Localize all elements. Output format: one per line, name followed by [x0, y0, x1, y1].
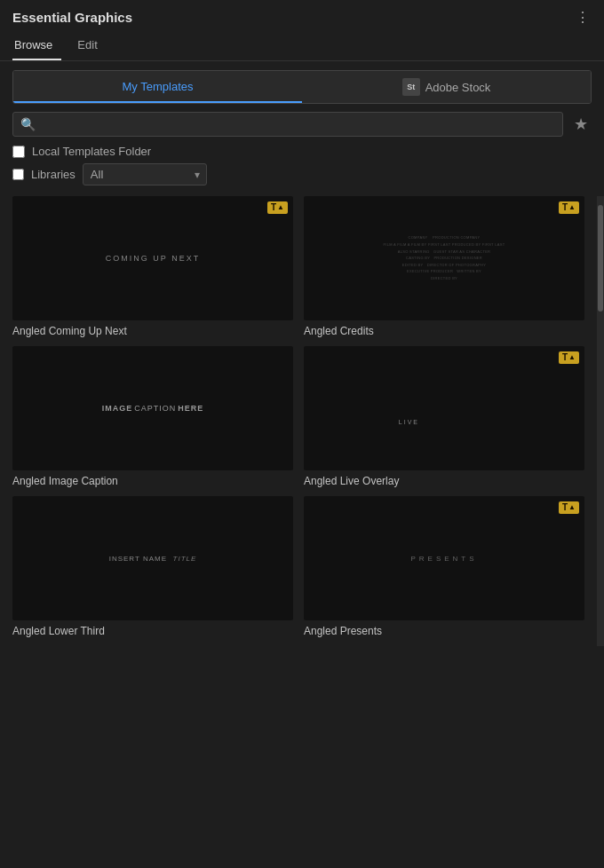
lower-third-text: INSERT NAME TITLE [109, 555, 197, 563]
adobe-stock-icon: St [402, 78, 420, 96]
app-title: Essential Graphics [12, 10, 132, 25]
tab-bar: Browse Edit [0, 33, 604, 61]
caption-word-image: IMAGE [102, 404, 133, 413]
tab-browse[interactable]: Browse [12, 33, 61, 60]
header: Essential Graphics ⋮ [0, 0, 604, 33]
search-row: 🔍 ★ [12, 111, 592, 138]
libraries-select-wrap: All [83, 163, 207, 185]
template-card-lower-third[interactable]: INSERT NAME TITLE Angled Lower Third [12, 496, 293, 639]
template-card-credits[interactable]: T▲ COMPANY PRODUCTION COMPANY FILM A FIL… [304, 196, 584, 339]
libraries-checkbox[interactable] [12, 169, 24, 180]
template-grid: T▲ COMING UP NEXT Angled Coming Up Next … [0, 196, 597, 646]
thumb-content-6: PRESENTS [410, 555, 477, 563]
template-thumb-6: T▲ PRESENTS [304, 496, 584, 620]
adobe-stock-label: Adobe Stock [425, 81, 491, 94]
caption-word-caption: CAPTION [134, 404, 176, 413]
menu-icon[interactable]: ⋮ [576, 9, 592, 26]
template-thumb-1: T▲ COMING UP NEXT [12, 196, 293, 320]
thumb-content-5: INSERT NAME TITLE [109, 555, 197, 563]
template-badge-2: T▲ [559, 201, 579, 214]
live-text: LIVE [399, 419, 419, 425]
template-name-1: Angled Coming Up Next [12, 320, 293, 339]
template-badge-6: T▲ [559, 501, 579, 514]
image-caption-text: IMAGE CAPTION HERE [102, 404, 204, 413]
adobe-stock-button[interactable]: St Adobe Stock [302, 71, 591, 103]
template-thumb-3: IMAGE CAPTION HERE [12, 346, 293, 470]
template-name-3: Angled Image Caption [12, 470, 293, 489]
template-name-5: Angled Lower Third [12, 620, 293, 639]
thumb-content-3: IMAGE CAPTION HERE [102, 404, 204, 413]
template-thumb-5: INSERT NAME TITLE [12, 496, 293, 620]
credits-text-block: COMPANY PRODUCTION COMPANY FILM A FILM A… [326, 234, 562, 281]
template-card-coming-up-next[interactable]: T▲ COMING UP NEXT Angled Coming Up Next [12, 196, 293, 339]
my-templates-button[interactable]: My Templates [13, 71, 302, 103]
template-thumb-4: T▲ LIVE [304, 346, 584, 470]
caption-word-here: HERE [178, 404, 203, 413]
local-templates-row: Local Templates Folder [12, 145, 592, 158]
template-card-presents[interactable]: T▲ PRESENTS Angled Presents [304, 496, 584, 639]
tab-edit[interactable]: Edit [76, 33, 106, 60]
search-icon: 🔍 [20, 117, 36, 131]
favorites-button[interactable]: ★ [570, 111, 592, 138]
libraries-label: Libraries [31, 168, 76, 181]
local-templates-label: Local Templates Folder [32, 145, 151, 158]
template-name-4: Angled Live Overlay [304, 470, 584, 489]
template-card-live-overlay[interactable]: T▲ LIVE Angled Live Overlay [304, 346, 584, 489]
coming-up-text: COMING UP NEXT [106, 254, 200, 263]
libraries-row: Libraries All [12, 163, 592, 185]
content-area: T▲ COMING UP NEXT Angled Coming Up Next … [0, 196, 604, 646]
template-badge-1: T▲ [267, 201, 288, 214]
libraries-select[interactable]: All [83, 163, 207, 185]
search-wrap: 🔍 [12, 112, 563, 137]
local-templates-checkbox[interactable] [12, 146, 25, 158]
scrollbar-thumb[interactable] [598, 205, 603, 312]
source-toggle: My Templates St Adobe Stock [12, 70, 592, 104]
template-card-image-caption[interactable]: IMAGE CAPTION HERE Angled Image Caption [12, 346, 293, 489]
template-name-2: Angled Credits [304, 320, 584, 339]
template-thumb-2: T▲ COMPANY PRODUCTION COMPANY FILM A FIL… [304, 196, 584, 320]
scrollbar[interactable] [597, 196, 604, 646]
search-input[interactable] [41, 118, 555, 131]
thumb-content-1: COMING UP NEXT [106, 254, 200, 263]
template-name-6: Angled Presents [304, 620, 584, 639]
template-badge-4: T▲ [559, 351, 579, 364]
thumb-content-2: COMPANY PRODUCTION COMPANY FILM A FILM A… [304, 217, 584, 299]
